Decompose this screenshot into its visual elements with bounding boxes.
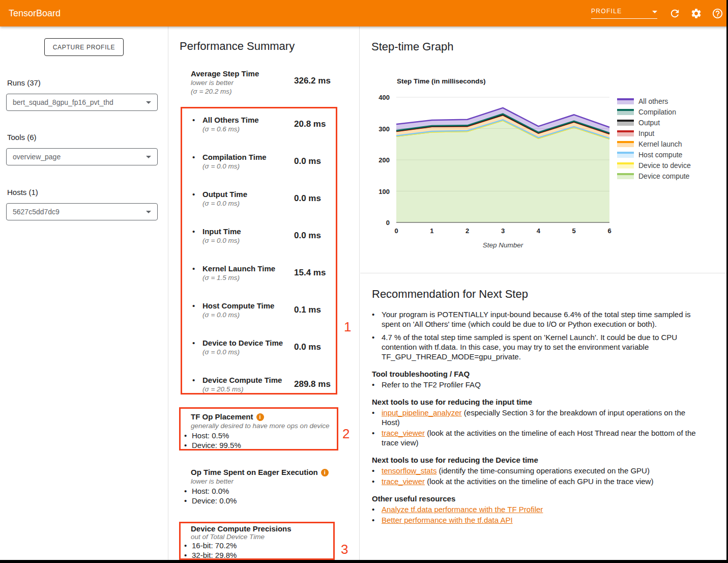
- legend-label: Output: [638, 119, 660, 127]
- info-icon[interactable]: i: [321, 469, 329, 476]
- x-tick-label: 3: [501, 227, 505, 235]
- metric-row: •Host Compute Time(σ = 0.0 ms)0.1 ms: [182, 301, 336, 338]
- metric-value: 0.0 ms: [294, 156, 321, 166]
- annotation-number-3: 3: [341, 542, 348, 557]
- average-step-time-sigma: (σ = 20.2 ms): [191, 87, 348, 96]
- x-tick-label: 4: [537, 227, 541, 235]
- annotation-box-2: TF Op Placementi generally desired to ha…: [179, 407, 338, 451]
- metrics-list: •All Others Time(σ = 0.6 ms)20.8 ms•Comp…: [182, 108, 336, 412]
- eager-execution-title: Op Time Spent on Eager Executioni: [191, 468, 338, 477]
- capture-profile-button[interactable]: CAPTURE PROFILE: [44, 38, 124, 56]
- metric-value: 20.8 ms: [294, 119, 326, 129]
- legend-item: All others: [617, 96, 691, 106]
- recommendation-title: Recommendation for Next Step: [372, 288, 714, 301]
- hosts-select[interactable]: 5627c5dd7dc9: [6, 203, 158, 220]
- bullet-icon: •: [192, 339, 195, 347]
- recommendation-item: •Better performance with the tf.data API: [372, 515, 702, 525]
- recommendation-link[interactable]: tensorflow_stats: [382, 466, 436, 475]
- tools-select[interactable]: overview_page: [6, 148, 158, 165]
- metric-value: 15.4 ms: [294, 268, 326, 278]
- bullet-icon: •: [184, 496, 187, 505]
- recommendation-text: (look at the activities on the timeline …: [382, 429, 696, 447]
- chevron-down-icon: [146, 211, 151, 213]
- tools-label: Tools (6): [7, 133, 168, 142]
- recommendation-text: (identify the time-consuming operations …: [436, 466, 650, 475]
- recommendation-bullet: •Your program is POTENTIALLY input-bound…: [372, 309, 702, 329]
- device-compute-precisions-note: out of Total Device Time: [191, 533, 333, 541]
- metric-value: 0.0 ms: [294, 231, 321, 241]
- annotation-box-3: Device Compute Precisions out of Total D…: [179, 522, 335, 560]
- recommendation-item: •tensorflow_stats (identify the time-con…: [372, 466, 702, 475]
- legend-swatch: [617, 130, 634, 136]
- recommendation-section-heading: Other useful resources: [372, 494, 714, 503]
- legend-swatch: [617, 162, 634, 168]
- header-controls: PROFILE: [591, 8, 728, 19]
- recommendation-section-heading: Tool troubleshooting / FAQ: [372, 369, 714, 379]
- recommendation-link[interactable]: Analyze tf.data performance with the TF …: [382, 505, 543, 514]
- metric-value: 0.0 ms: [294, 193, 321, 204]
- recommendation-text: Refer to the TF2 Profiler FAQ: [382, 380, 481, 389]
- recommendation-text: (look at the activities on the timeline …: [425, 477, 653, 486]
- legend-item: Compilation: [617, 106, 691, 117]
- legend-label: Input: [638, 129, 654, 137]
- help-icon[interactable]: [712, 8, 723, 19]
- bullet-icon: •: [372, 428, 374, 438]
- sidebar: CAPTURE PROFILE Runs (37) bert_squad_8gp…: [0, 26, 168, 560]
- device-compute-precision-item: •16-bit: 70.2%: [181, 541, 333, 551]
- runs-select-value: bert_squad_8gpu_fp16_pvt_thd: [13, 98, 113, 106]
- app-title: TensorBoard: [9, 8, 61, 19]
- chart-legend: All othersCompilationOutputInputKernel l…: [617, 96, 691, 181]
- recommendation-item: •input_pipeline_analyzer (especially Sec…: [372, 408, 702, 427]
- recommendation-link[interactable]: trace_viewer: [382, 429, 425, 437]
- legend-item: Device to device: [617, 160, 691, 171]
- area-device-compute: [396, 121, 609, 222]
- app-header: TensorBoard PROFILE: [0, 0, 728, 26]
- recommendation-link[interactable]: trace_viewer: [382, 477, 425, 486]
- legend-label: Host compute: [638, 151, 682, 159]
- eager-execution-item: •Host: 0.0%: [181, 486, 338, 496]
- recommendation-link[interactable]: Better performance with the tf.data API: [382, 516, 513, 524]
- recommendation-section: Next tools to use for reducing the input…: [372, 397, 714, 447]
- recommendation-section-heading: Next tools to use for reducing the input…: [372, 397, 714, 407]
- legend-label: Device to device: [638, 161, 691, 170]
- dashboard-selector[interactable]: PROFILE: [591, 8, 657, 19]
- right-panel: Step-time Graph 01002003004000123456Step…: [360, 26, 726, 560]
- info-icon[interactable]: i: [256, 413, 264, 421]
- tf-op-placement-item: •Device: 99.5%: [181, 440, 337, 450]
- y-tick-label: 400: [378, 94, 390, 101]
- metric-row: •Output Time(σ = 0.0 ms)0.0 ms: [182, 189, 336, 227]
- recommendation-bullet: •4.7 % of the total step time sampled is…: [372, 332, 702, 361]
- eager-execution-item: •Device: 0.0%: [181, 496, 338, 505]
- refresh-icon[interactable]: [669, 8, 681, 19]
- runs-select[interactable]: bert_squad_8gpu_fp16_pvt_thd: [6, 94, 158, 111]
- tf-op-placement-item: •Host: 0.5%: [181, 431, 337, 440]
- x-tick-label: 0: [394, 227, 398, 235]
- annotation-number-1: 1: [344, 319, 351, 335]
- legend-label: Device compute: [638, 172, 689, 180]
- device-compute-precisions-title: Device Compute Precisions: [191, 524, 333, 533]
- settings-icon[interactable]: [690, 8, 702, 19]
- bullet-icon: •: [372, 466, 374, 475]
- bullet-icon: •: [192, 301, 195, 310]
- average-step-time-row: Average Step Time lower is better (σ = 2…: [168, 69, 348, 96]
- average-step-time-value: 326.2 ms: [294, 76, 331, 86]
- bullet-icon: •: [192, 153, 195, 161]
- bullet-icon: •: [372, 380, 374, 389]
- recommendation-link[interactable]: input_pipeline_analyzer: [382, 408, 462, 417]
- tools-select-value: overview_page: [13, 153, 61, 161]
- eager-execution-note: lower is better: [191, 477, 338, 486]
- device-compute-precision-item: •32-bit: 29.8%: [181, 551, 333, 560]
- performance-summary-panel: Performance Summary Average Step Time lo…: [168, 26, 360, 560]
- hosts-select-value: 5627c5dd7dc9: [13, 208, 60, 216]
- metric-value: 289.8 ms: [294, 379, 331, 389]
- legend-item: Output: [617, 117, 691, 128]
- chevron-down-icon: [146, 156, 151, 158]
- bullet-icon: •: [372, 504, 374, 514]
- bullet-icon: •: [372, 515, 374, 525]
- eager-execution-section: Op Time Spent on Eager Executioni lower …: [181, 468, 338, 505]
- legend-item: Input: [617, 128, 691, 138]
- bullet-icon: •: [184, 541, 187, 551]
- recommendation-bullets: •Your program is POTENTIALLY input-bound…: [372, 309, 714, 361]
- y-tick-label: 200: [378, 156, 390, 164]
- recommendation-item: •Refer to the TF2 Profiler FAQ: [372, 380, 702, 389]
